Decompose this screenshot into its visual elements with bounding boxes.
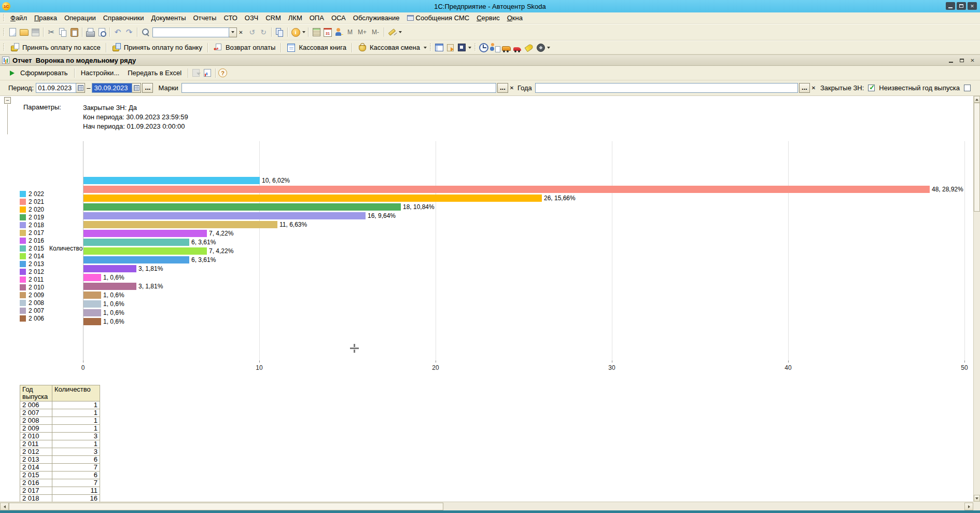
cash-button-5[interactable]: Кассовая смена (354, 42, 423, 53)
menu-item-9[interactable]: CRM (262, 12, 285, 23)
menu-item-12[interactable]: ОСА (328, 12, 349, 23)
table-header[interactable]: Количество (52, 385, 100, 401)
new-document-icon[interactable] (7, 27, 18, 37)
menu-item-13[interactable]: Обслуживание (349, 12, 403, 23)
user-password-icon[interactable] (334, 27, 344, 37)
toolbar-grip[interactable] (430, 44, 431, 51)
chevron-down-icon[interactable] (423, 43, 428, 52)
print-preview-icon[interactable] (96, 27, 107, 37)
qty-cell[interactable]: 1 (52, 401, 100, 409)
menu-item-16[interactable]: Окна (503, 12, 526, 23)
menu-item-3[interactable]: Операции (61, 12, 100, 23)
wheel-icon[interactable] (536, 43, 546, 53)
car-icon[interactable] (513, 43, 523, 53)
menu-item-6[interactable]: Отчеты (189, 12, 220, 23)
bar-2011[interactable] (83, 274, 101, 281)
chevron-down-icon[interactable] (229, 27, 237, 37)
toolbar-grip[interactable] (3, 44, 5, 51)
qty-cell[interactable]: 6 (52, 456, 100, 464)
years-input[interactable] (535, 83, 798, 93)
period-more-button[interactable]: ... (142, 83, 153, 93)
bar-2016[interactable] (83, 230, 207, 237)
scroll-up-button[interactable] (974, 96, 980, 103)
menu-item-4[interactable]: Справочники (100, 12, 148, 23)
menu-item-2[interactable]: Правка (31, 12, 61, 23)
marks-select-button[interactable]: ... (497, 83, 508, 93)
cut-icon[interactable] (46, 27, 57, 37)
bar-2009[interactable] (83, 292, 101, 299)
year-cell[interactable]: 2 011 (20, 440, 52, 448)
qty-cell[interactable]: 6 (52, 472, 100, 479)
toolbar-grip[interactable] (474, 44, 476, 51)
toolbar-grip[interactable] (3, 14, 5, 22)
bar-2010[interactable] (83, 283, 136, 290)
generate-button[interactable]: Сформировать (2, 66, 72, 80)
menu-item-14[interactable]: Сообщения СМС (403, 12, 473, 23)
close-button[interactable] (968, 2, 977, 10)
chevron-down-icon[interactable] (547, 43, 551, 52)
client-document-icon[interactable] (490, 43, 500, 53)
menu-item-11[interactable]: ОПА (306, 12, 328, 23)
report-close-button[interactable] (968, 57, 977, 64)
year-cell[interactable]: 2 014 (20, 464, 52, 472)
minimize-button[interactable] (946, 2, 955, 10)
year-cell[interactable]: 2 009 (20, 425, 52, 433)
bar-2017[interactable] (83, 221, 277, 228)
qty-cell[interactable]: 1 (52, 425, 100, 433)
cash-button-3[interactable]: Возврат оплаты (210, 42, 278, 53)
bar-2007[interactable] (83, 309, 101, 316)
horizontal-scrollbar[interactable] (0, 502, 973, 510)
report-window-titlebar[interactable]: Отчет Воронка по модельному ряду (0, 54, 980, 66)
undo-icon[interactable] (113, 27, 123, 37)
table-header[interactable]: Год выпуска (20, 385, 52, 401)
marks-clear-button[interactable] (508, 83, 515, 93)
memory-button-3[interactable]: М- (369, 27, 382, 37)
print-icon[interactable] (85, 27, 95, 37)
clock-icon[interactable] (479, 43, 489, 53)
print-list-disabled-icon[interactable] (191, 68, 201, 78)
paste-icon[interactable] (69, 27, 79, 37)
qty-cell[interactable]: 11 (52, 487, 100, 495)
marks-input[interactable] (181, 83, 496, 93)
syringe-icon[interactable] (387, 27, 397, 37)
redo-icon[interactable] (124, 27, 134, 37)
export-icon[interactable] (445, 43, 456, 53)
memory-button-1[interactable]: М (345, 27, 355, 37)
bar-2018[interactable] (83, 212, 366, 219)
bar-2006[interactable] (83, 318, 101, 325)
cash-button-2[interactable]: Принять оплату по банку (108, 42, 205, 53)
menu-item-5[interactable]: Документы (147, 12, 189, 23)
excel-button[interactable]: Передать в Excel (123, 67, 186, 78)
info-icon[interactable] (290, 27, 301, 37)
memory-button-2[interactable]: М+ (355, 27, 369, 37)
calculator-icon[interactable] (311, 27, 321, 37)
qty-cell[interactable]: 7 (52, 479, 100, 487)
menu-item-7[interactable]: СТО (220, 12, 241, 23)
report-maximize-button[interactable] (957, 57, 966, 64)
save-icon[interactable] (30, 27, 40, 37)
scroll-left-button[interactable] (0, 503, 9, 510)
navigate-back-icon[interactable] (247, 27, 257, 37)
cash-button-1[interactable]: Принять оплату по кассе (7, 42, 104, 53)
menu-item-8[interactable]: ОЗЧ (241, 12, 262, 23)
calendar-picker-icon[interactable] (132, 83, 141, 93)
toolbar-grip[interactable] (3, 29, 5, 36)
vertical-scroll-thumb[interactable] (974, 103, 980, 212)
qty-cell[interactable]: 1 (52, 417, 100, 425)
maximize-button[interactable] (957, 2, 966, 10)
clear-icon[interactable] (237, 27, 245, 37)
bar-2013[interactable] (83, 256, 189, 264)
find-icon[interactable] (140, 27, 150, 37)
quick-search-input[interactable] (152, 27, 229, 37)
open-icon[interactable] (19, 27, 29, 37)
year-cell[interactable]: 2 010 (20, 433, 52, 440)
cash-button-4[interactable]: Кассовая книга (283, 42, 349, 53)
qty-cell[interactable]: 1 (52, 440, 100, 448)
bar-2019[interactable] (83, 203, 401, 211)
qty-cell[interactable]: 7 (52, 464, 100, 472)
year-cell[interactable]: 2 016 (20, 479, 52, 487)
year-cell[interactable]: 2 013 (20, 456, 52, 464)
year-cell[interactable]: 2 006 (20, 401, 52, 409)
year-cell[interactable]: 2 017 (20, 487, 52, 495)
qty-cell[interactable]: 3 (52, 448, 100, 456)
